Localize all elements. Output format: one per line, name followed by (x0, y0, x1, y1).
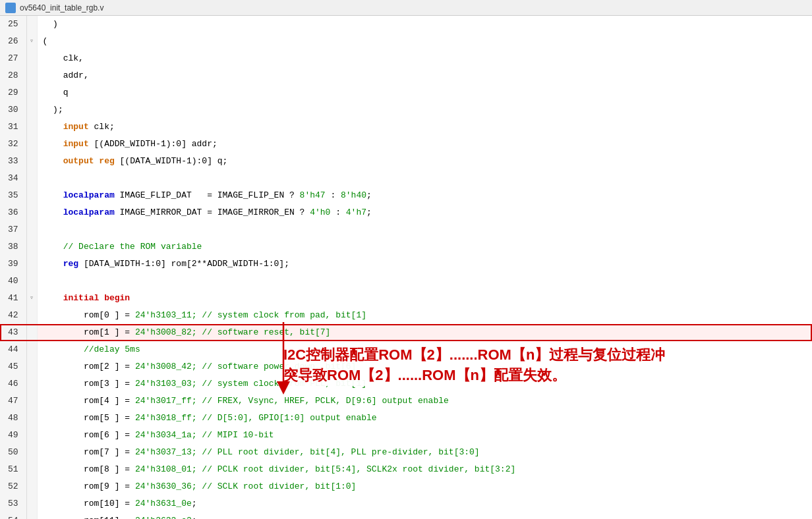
line-number: 39 (0, 256, 26, 273)
fold-indicator (26, 358, 37, 375)
fold-indicator (26, 375, 37, 393)
code-line: reg [DATA_WIDTH-1:0] rom[2**ADDR_WIDTH-1… (37, 256, 812, 273)
code-token: reg (63, 259, 78, 269)
table-row: 31 input clk; (0, 119, 812, 136)
code-token: input (63, 122, 89, 132)
fold-indicator (26, 153, 37, 170)
file-icon (5, 3, 16, 13)
line-number: 33 (0, 153, 26, 170)
fold-indicator (26, 495, 37, 512)
code-table: 25 )26▿(27 clk,28 addr,29 q30 );31 input… (0, 16, 812, 519)
code-token: : (330, 207, 345, 217)
code-token (43, 122, 63, 132)
code-token: 24'h3037_13 (135, 447, 192, 457)
table-row: 48 rom[5 ] = 24'h3018_ff; // D[5:0], GPI… (0, 410, 812, 427)
code-area[interactable]: 25 )26▿(27 clk,28 addr,29 q30 );31 input… (0, 16, 812, 519)
fold-indicator (26, 67, 37, 84)
code-token: [DATA_WIDTH-1:0] rom[2**ADDR_WIDTH-1:0]; (78, 259, 289, 269)
fold-indicator[interactable]: ▿ (26, 33, 37, 50)
table-row: 40 (0, 273, 812, 290)
code-token: localparam (63, 207, 115, 217)
line-number: 50 (0, 444, 26, 461)
table-row: 32 input [(ADDR_WIDTH-1):0] addr; (0, 136, 812, 153)
code-line: rom[5 ] = 24'h3018_ff; // D[5:0], GPIO[1… (37, 410, 812, 427)
table-row: 42 rom[0 ] = 24'h3103_11; // system cloc… (0, 307, 812, 324)
code-token: ; // SCLK root divider, bit[1:0] (192, 481, 357, 491)
code-token: 4'h0 (310, 207, 330, 217)
code-token: 24'h3018_ff (135, 413, 192, 423)
code-line: ) (37, 16, 812, 33)
fold-indicator (26, 410, 37, 427)
fold-indicator (26, 512, 37, 519)
code-line: input [(ADDR_WIDTH-1):0] addr; (37, 136, 812, 153)
line-number: 40 (0, 273, 26, 290)
code-line: ( (37, 33, 812, 50)
code-token: rom[9 ] = (43, 481, 135, 491)
code-line: localparam IMAGE_MIRROR_DAT = IMAGE_MIRR… (37, 204, 812, 221)
table-row: 28 addr, (0, 67, 812, 84)
code-token: ; (366, 190, 372, 200)
line-number: 26 (0, 33, 26, 50)
code-token: ; // software reset, bit[7] (192, 327, 331, 337)
code-token: [(ADDR_WIDTH-1):0] addr; (89, 139, 218, 149)
code-token: ( (43, 36, 48, 46)
table-row: 27 clk, (0, 50, 812, 67)
code-token: rom[2 ] = (43, 362, 135, 371)
code-token: ; // D[5:0], GPIO[1:0] output enable (192, 413, 377, 423)
code-token: 24'h3017_ff (135, 396, 192, 406)
fold-indicator (26, 461, 37, 478)
fold-indicator (26, 341, 37, 358)
table-row: 41▿ initial begin (0, 290, 812, 307)
code-token: rom[6 ] = (43, 430, 135, 440)
code-token: 24'h3103_03 (135, 379, 192, 389)
line-number: 52 (0, 478, 26, 495)
line-number: 51 (0, 461, 26, 478)
line-number: 29 (0, 84, 26, 101)
fold-indicator (26, 273, 37, 290)
line-number: 38 (0, 238, 26, 256)
code-line (37, 273, 812, 290)
code-line: input clk; (37, 119, 812, 136)
code-token (43, 190, 63, 200)
line-number: 42 (0, 307, 26, 324)
fold-indicator (26, 427, 37, 444)
line-number: 46 (0, 375, 26, 393)
code-token: // Declare the ROM variable (43, 242, 202, 252)
line-number: 32 (0, 136, 26, 153)
line-number: 43 (0, 324, 26, 341)
code-token: rom[3 ] = (43, 379, 135, 389)
fold-indicator[interactable]: ▿ (26, 290, 37, 307)
code-token: rom[8 ] = (43, 464, 135, 474)
code-token: rom[5 ] = (43, 413, 135, 423)
fold-indicator (26, 221, 37, 238)
code-token: rom[7 ] = (43, 447, 135, 457)
fold-indicator (26, 101, 37, 119)
code-token: ) (53, 19, 58, 29)
code-token: rom[4 ] = (43, 396, 135, 406)
table-row: 52 rom[9 ] = 24'h3630_36; // SCLK root d… (0, 478, 812, 495)
code-token: IMAGE_MIRROR_DAT = IMAGE_MIRROR_EN ? (115, 207, 310, 217)
code-token: ; // MIPI 10-bit (192, 430, 274, 440)
code-token: 24'h3103_11 (135, 310, 192, 320)
code-token: q (43, 88, 69, 97)
table-row: 47 rom[4 ] = 24'h3017_ff; // FREX, Vsync… (0, 393, 812, 410)
table-row: 35 localparam IMAGE_FLIP_DAT = IMAGE_FLI… (0, 187, 812, 204)
code-line: localparam IMAGE_FLIP_DAT = IMAGE_FLIP_E… (37, 187, 812, 204)
code-token: rom[1 ] = (43, 327, 135, 337)
fold-indicator (26, 393, 37, 410)
code-token: ); (43, 105, 63, 115)
code-token: : (326, 190, 341, 200)
fold-indicator (26, 256, 37, 273)
fold-indicator (26, 324, 37, 341)
code-token: clk, (43, 53, 84, 63)
fold-indicator (26, 119, 37, 136)
code-line: rom[9 ] = 24'h3630_36; // SCLK root divi… (37, 478, 812, 495)
table-row: 53 rom[10] = 24'h3631_0e; (0, 495, 812, 512)
code-token: localparam (63, 190, 115, 200)
table-row: 49 rom[6 ] = 24'h3034_1a; // MIPI 10-bit (0, 427, 812, 444)
code-line: output reg [(DATA_WIDTH-1):0] q; (37, 153, 812, 170)
code-token: 24'h3630_36 (135, 481, 192, 491)
code-line: addr, (37, 67, 812, 84)
fold-indicator (26, 50, 37, 67)
table-row: 30 ); (0, 101, 812, 119)
